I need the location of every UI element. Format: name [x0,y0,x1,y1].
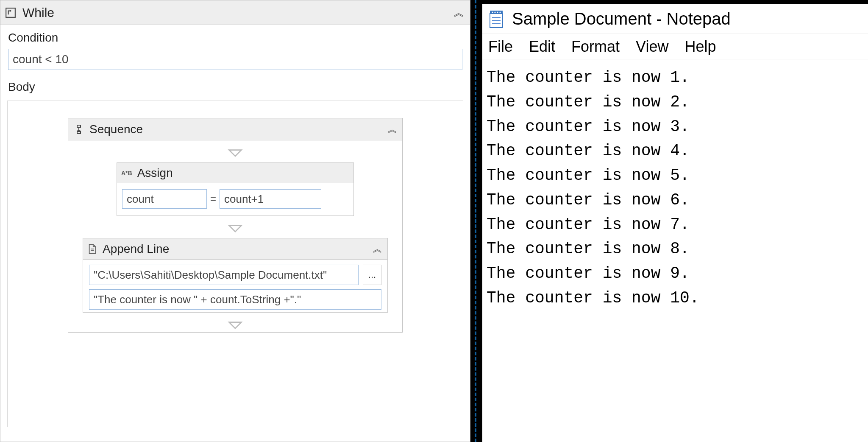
append-line-header[interactable]: Append Line [83,238,387,260]
assign-value-input[interactable] [220,189,321,209]
document-icon [87,243,97,255]
equals-label: = [209,193,217,205]
append-line-filepath-input[interactable] [89,265,359,285]
menu-help[interactable]: Help [682,36,718,57]
sequence-title: Sequence [89,123,143,136]
svg-marker-3 [229,150,242,156]
collapse-icon[interactable] [454,8,464,18]
notepad-panel: Sample Document - Notepad File Edit Form… [482,0,868,442]
svg-marker-4 [229,226,242,232]
panel-divider [475,0,476,442]
condition-input[interactable] [8,49,462,70]
svg-rect-0 [6,8,15,17]
collapse-icon[interactable] [373,244,382,254]
notepad-icon [487,9,505,29]
browse-file-button[interactable]: ... [363,265,381,285]
menu-edit[interactable]: Edit [526,36,558,57]
assign-activity[interactable]: A*B Assign = [117,162,354,216]
sequence-activity[interactable]: Sequence A*B Assign = [68,118,403,333]
while-title: While [22,6,54,20]
notepad-window: Sample Document - Notepad File Edit Form… [482,4,868,442]
notepad-text-area[interactable]: The counter is now 1. The counter is now… [482,59,868,316]
svg-marker-7 [229,322,242,328]
sequence-icon [73,124,84,135]
notepad-menubar: File Edit Format View Help [482,34,868,59]
svg-point-11 [494,11,495,13]
drop-target-icon[interactable] [68,216,402,235]
svg-point-10 [492,11,493,13]
collapse-icon[interactable] [388,125,397,134]
svg-rect-1 [77,125,81,127]
menu-format[interactable]: Format [569,36,622,57]
append-line-activity[interactable]: Append Line ... [83,238,388,313]
notepad-title: Sample Document - Notepad [512,9,731,28]
assign-icon: A*B [121,170,132,176]
assign-title: Assign [137,166,173,180]
while-activity-header[interactable]: While [0,0,470,25]
svg-point-12 [497,11,498,13]
assign-variable-input[interactable] [122,189,207,209]
while-icon [5,7,17,19]
append-line-text-input[interactable] [89,289,381,310]
workflow-panel: While Condition Body Sequence [0,0,470,442]
condition-label: Condition [0,25,470,49]
body-label: Body [0,74,470,98]
assign-header[interactable]: A*B Assign [117,163,353,183]
while-body-container[interactable]: Sequence A*B Assign = [7,101,463,427]
drop-target-icon[interactable] [68,313,402,332]
notepad-titlebar[interactable]: Sample Document - Notepad [482,4,868,34]
menu-file[interactable]: File [486,36,515,57]
menu-view[interactable]: View [633,36,671,57]
append-line-title: Append Line [103,242,169,256]
drop-target-icon[interactable] [68,140,402,160]
sequence-header[interactable]: Sequence [68,118,402,140]
svg-point-13 [499,11,501,13]
